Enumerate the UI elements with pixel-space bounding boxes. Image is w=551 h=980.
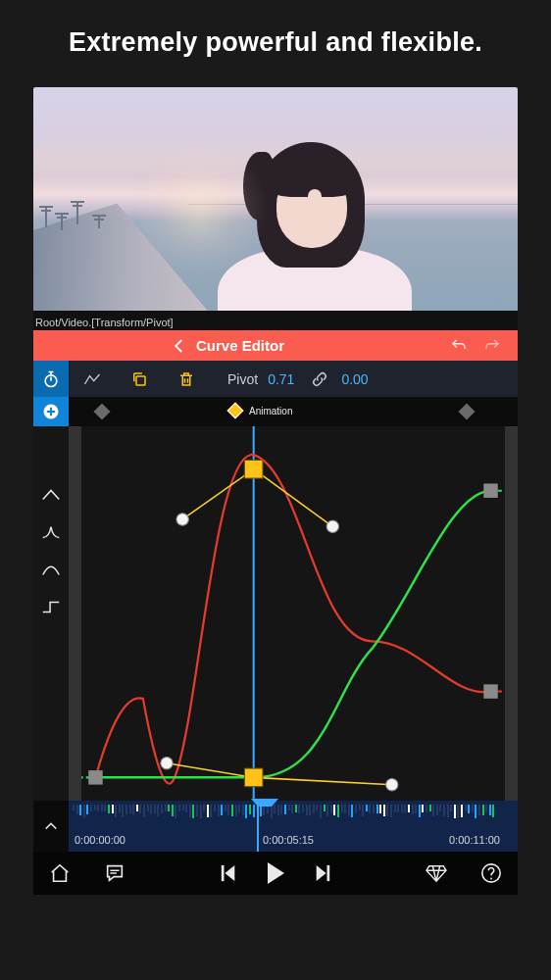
svg-rect-9 xyxy=(244,768,263,787)
svg-point-10 xyxy=(176,514,188,525)
undo-icon[interactable] xyxy=(449,337,469,355)
interp-bezier-button[interactable] xyxy=(37,556,65,583)
timeline-expand-button[interactable] xyxy=(33,801,69,852)
step-icon xyxy=(40,599,62,614)
svg-point-11 xyxy=(326,520,338,532)
plus-circle-icon xyxy=(41,402,61,421)
svg-line-4 xyxy=(182,469,254,519)
graph-type-button[interactable] xyxy=(69,361,116,397)
property-label: Pivot xyxy=(210,371,268,387)
curve-interp-column xyxy=(33,426,69,801)
stopwatch-icon xyxy=(41,369,61,389)
bottom-bar xyxy=(33,852,518,895)
curve-graph[interactable] xyxy=(69,426,518,801)
svg-line-5 xyxy=(254,469,333,527)
comment-icon[interactable] xyxy=(104,862,125,884)
timeline[interactable]: 0:00:00:00 0:00:05:15 0:00:11:00 xyxy=(33,801,518,852)
svg-rect-18 xyxy=(327,865,330,881)
svg-rect-14 xyxy=(88,770,102,784)
back-arrow-icon[interactable] xyxy=(171,337,188,355)
delete-button[interactable] xyxy=(163,361,210,397)
crane-shape xyxy=(98,215,100,228)
link-button[interactable] xyxy=(302,370,337,388)
keyframe-strip-row: Animation xyxy=(33,397,518,426)
caret-icon xyxy=(40,488,62,502)
help-icon[interactable] xyxy=(480,862,502,884)
spike-icon xyxy=(40,524,62,540)
timeline-tick-strip xyxy=(69,801,518,818)
crane-shape xyxy=(61,213,63,230)
breadcrumb: Root/Video.[Transform/Pivot] xyxy=(33,311,518,330)
svg-line-7 xyxy=(254,777,392,784)
arc-icon xyxy=(40,562,62,577)
keyframe-diamond[interactable] xyxy=(94,404,111,420)
svg-point-13 xyxy=(386,778,398,790)
timeline-time-1: 0:00:05:15 xyxy=(263,834,314,846)
svg-line-6 xyxy=(167,763,254,778)
frame-forward-icon[interactable] xyxy=(314,863,331,883)
crane-shape xyxy=(76,201,78,224)
copy-icon xyxy=(130,370,148,388)
lens-flare xyxy=(130,140,268,277)
left-tool-column xyxy=(33,361,69,397)
play-icon[interactable] xyxy=(265,860,286,886)
svg-point-20 xyxy=(490,878,492,880)
video-preview[interactable] xyxy=(33,87,518,311)
interp-linear-button[interactable] xyxy=(37,481,65,509)
keyframe-track-label: Animation xyxy=(249,406,292,416)
trash-icon xyxy=(177,370,195,388)
curve-editor-title: Curve Editor xyxy=(196,337,284,354)
interp-spike-button[interactable] xyxy=(37,518,65,546)
graph-area xyxy=(33,426,518,801)
timeline-time-2: 0:00:11:00 xyxy=(449,834,500,846)
svg-rect-1 xyxy=(136,376,145,385)
marketing-headline: Extremely powerful and flexible. xyxy=(0,0,551,77)
interp-step-button[interactable] xyxy=(37,593,65,620)
add-keyframe-button[interactable] xyxy=(33,397,69,426)
diamond-premium-icon[interactable] xyxy=(426,863,447,883)
copy-button[interactable] xyxy=(116,361,163,397)
svg-rect-17 xyxy=(222,865,225,881)
redo-icon[interactable] xyxy=(482,337,502,355)
toolbar-row: Pivot 0.71 0.00 xyxy=(33,361,518,397)
frame-back-icon[interactable] xyxy=(220,863,237,883)
link-icon xyxy=(311,370,328,388)
svg-rect-16 xyxy=(483,684,497,698)
crane-shape xyxy=(45,206,47,227)
graph-icon xyxy=(82,370,102,388)
property-value-b[interactable]: 0.00 xyxy=(337,371,379,387)
curve-editor-titlebar: Curve Editor xyxy=(33,330,518,361)
svg-rect-15 xyxy=(483,483,497,497)
keyframe-diamond[interactable] xyxy=(459,404,476,420)
chevron-up-icon xyxy=(43,820,59,832)
left-tool-column xyxy=(33,397,69,426)
keyframe-diamond-selected[interactable] xyxy=(227,403,244,419)
stopwatch-button[interactable] xyxy=(33,361,69,397)
timeline-time-0: 0:00:00:00 xyxy=(75,834,125,846)
property-value-a[interactable]: 0.71 xyxy=(268,371,302,387)
svg-rect-8 xyxy=(244,460,263,478)
svg-point-12 xyxy=(161,758,173,769)
app-frame: Root/Video.[Transform/Pivot] Curve Edito… xyxy=(33,87,518,895)
home-icon[interactable] xyxy=(49,862,71,884)
